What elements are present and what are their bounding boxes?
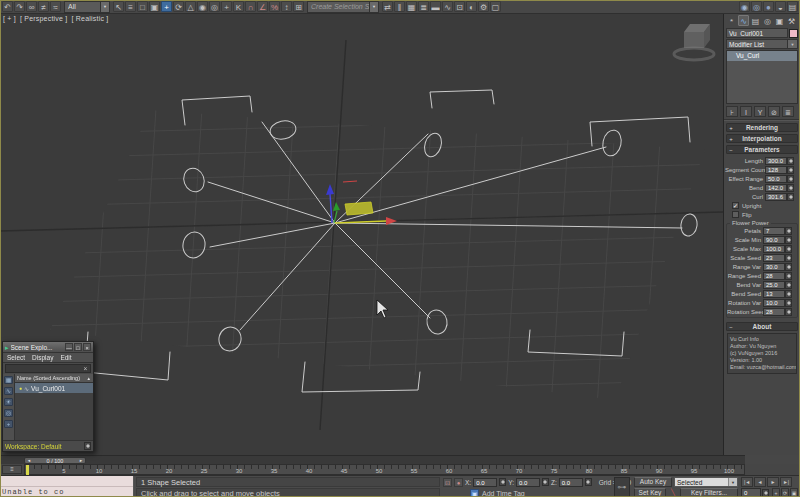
clear-search-icon[interactable]: × xyxy=(81,365,90,372)
previous-frame-button[interactable]: ◄ xyxy=(754,477,766,487)
keyboard-override-button[interactable]: K xyxy=(233,1,244,12)
render-online-button[interactable]: ● xyxy=(763,1,774,12)
material-editor-button[interactable]: ◐ xyxy=(466,1,477,12)
name-column-header[interactable]: Name (Sorted Ascending) ▲ xyxy=(15,374,93,383)
gizmo-plane-handle[interactable] xyxy=(345,202,373,215)
set-keys-button[interactable]: ⊶ xyxy=(614,477,630,497)
viewport-canvas[interactable] xyxy=(0,14,723,455)
coord-z-spinner[interactable] xyxy=(585,478,592,486)
motion-tab[interactable]: ◎ xyxy=(762,15,773,26)
object-name-field[interactable]: Vu_Curl001 xyxy=(726,28,788,38)
edit-selection-sets-button[interactable]: ⊞ xyxy=(293,1,304,12)
param-range-var-field[interactable]: 30.0 xyxy=(763,263,785,271)
modify-tab[interactable]: ∿ xyxy=(738,15,749,26)
utilities-tab[interactable]: ⚒ xyxy=(786,15,797,26)
param-petals-field[interactable]: 7 xyxy=(763,227,785,235)
current-frame-field[interactable]: 0 xyxy=(741,488,761,497)
param-rotation-var-field[interactable]: 10.0 xyxy=(763,299,785,307)
time-slider-handle[interactable]: ◄ 0 / 100 ► xyxy=(24,457,86,464)
workspace-button[interactable]: ▤ xyxy=(787,1,798,12)
undo-button[interactable]: ↶ xyxy=(2,1,13,12)
pin-stack-button[interactable]: ⊦ xyxy=(726,106,738,117)
param-curl-spinner[interactable] xyxy=(787,193,794,201)
display-lights-icon[interactable]: ☀ xyxy=(4,398,13,406)
display-shapes-icon[interactable]: ∿ xyxy=(4,387,13,395)
curve-editor-button[interactable]: ∿ xyxy=(442,1,453,12)
auto-key-button[interactable]: Auto Key xyxy=(634,477,672,487)
render-iterative-button[interactable]: ◎ xyxy=(751,1,762,12)
current-frame-marker[interactable] xyxy=(26,465,29,475)
select-and-move-button[interactable]: + xyxy=(161,1,172,12)
listener-macro-row[interactable] xyxy=(0,476,133,487)
unlink-selection-button[interactable]: ≠ xyxy=(38,1,49,12)
param-bend-field[interactable]: 142.0 xyxy=(765,184,787,192)
explorer-search-input[interactable] xyxy=(6,365,81,372)
modifier-stack-item[interactable]: Vu_Curl xyxy=(727,51,797,61)
dock-button[interactable]: □ xyxy=(74,343,82,351)
rectangular-selection-button[interactable]: □ xyxy=(137,1,148,12)
key-selection-dropdown[interactable]: Selected ▼ xyxy=(674,477,738,487)
open-mini-track-bar-button[interactable]: ≡ xyxy=(2,465,22,474)
modifier-list-dropdown[interactable]: Modifier List xyxy=(726,39,788,49)
redo-button[interactable]: ↷ xyxy=(14,1,25,12)
go-to-end-button[interactable]: ►| xyxy=(780,477,792,487)
display-tab[interactable]: ▣ xyxy=(774,15,785,26)
mirror-button[interactable]: ⇄ xyxy=(382,1,393,12)
explorer-menu-select[interactable]: Select xyxy=(7,354,25,361)
param-scale-seed-spinner[interactable] xyxy=(785,254,792,262)
trackbar-ruler[interactable]: 5101520253035404550556065707580859095100 xyxy=(24,464,745,475)
coord-y-spinner[interactable] xyxy=(542,478,549,486)
scene-explorer-titlebar[interactable]: ▸ Scene Explo... —□× xyxy=(3,342,93,353)
param-scale-seed-field[interactable]: 23 xyxy=(763,254,785,262)
perspective-viewport[interactable]: [ + ] [ Perspective ] [ Realistic ] xyxy=(0,14,723,455)
select-and-manipulate-button[interactable]: + xyxy=(221,1,232,12)
param-scale-max-spinner[interactable] xyxy=(785,245,792,253)
rendered-frame-button[interactable]: ▢ xyxy=(490,1,501,12)
render-production-button[interactable]: ◉ xyxy=(739,1,750,12)
select-and-scale-button[interactable]: △ xyxy=(185,1,196,12)
param-bend-seed-field[interactable]: 13 xyxy=(763,290,785,298)
display-geometry-icon[interactable]: ▦ xyxy=(4,376,13,384)
angle-snap-button[interactable]: ∠ xyxy=(257,1,268,12)
select-and-link-button[interactable]: ∞ xyxy=(26,1,37,12)
ribbon-toggle-button[interactable]: ▬ xyxy=(430,1,441,12)
listener-text[interactable]: Unable to co xyxy=(0,487,133,497)
select-and-place-button[interactable]: ◉ xyxy=(197,1,208,12)
param-range-seed-spinner[interactable] xyxy=(785,272,792,280)
hierarchy-tab[interactable]: ▤ xyxy=(750,15,761,26)
coord-y-field[interactable]: 0.0 xyxy=(516,478,540,487)
orbit-button[interactable]: ⟳ xyxy=(781,488,789,497)
window-crossing-button[interactable]: ▣ xyxy=(149,1,160,12)
create-tab[interactable]: * xyxy=(726,15,737,26)
param-effect-range-spinner[interactable] xyxy=(787,175,794,183)
set-key-button[interactable]: Set Key xyxy=(634,488,666,497)
param-rotation-seed-spinner[interactable] xyxy=(785,308,792,316)
pan-button[interactable]: + xyxy=(772,488,780,497)
param-bend-seed-spinner[interactable] xyxy=(785,290,792,298)
param-length-field[interactable]: 300.0 xyxy=(765,157,787,165)
viewcube[interactable] xyxy=(674,24,714,60)
upright-checkbox[interactable]: ✓ xyxy=(732,202,739,209)
pivot-center-button[interactable]: ◎ xyxy=(209,1,220,12)
snap-toggle-button[interactable]: ∩ xyxy=(245,1,256,12)
object-color-swatch[interactable] xyxy=(789,29,798,38)
frame-spinner[interactable] xyxy=(762,489,769,497)
select-object-button[interactable]: ↖ xyxy=(113,1,124,12)
viewport-pov-menu[interactable]: [ Perspective ] xyxy=(20,15,67,22)
display-helpers-icon[interactable]: + xyxy=(4,420,13,428)
param-bend-spinner[interactable] xyxy=(787,184,794,192)
chevron-down-icon[interactable]: ▼ xyxy=(788,39,798,49)
play-button[interactable]: ► xyxy=(767,477,779,487)
param-range-var-spinner[interactable] xyxy=(785,263,792,271)
selection-filter-dropdown[interactable]: All ▼ xyxy=(64,1,110,13)
param-segment-count-spinner[interactable] xyxy=(787,166,794,174)
rollout-interpolation[interactable]: + Interpolation xyxy=(726,134,798,143)
show-end-result-button[interactable]: I xyxy=(740,106,752,117)
rollout-about[interactable]: − About xyxy=(726,322,798,331)
next-frame-arrow[interactable]: ► xyxy=(79,458,83,463)
scene-explorer-toggle-button[interactable]: ▦ xyxy=(406,1,417,12)
add-time-tag[interactable]: ▣ Add Time Tag xyxy=(470,488,525,497)
param-length-spinner[interactable] xyxy=(787,157,794,165)
transform-typein-icon[interactable]: ⊡ xyxy=(443,478,452,487)
param-bend-var-field[interactable]: 25.0 xyxy=(763,281,785,289)
